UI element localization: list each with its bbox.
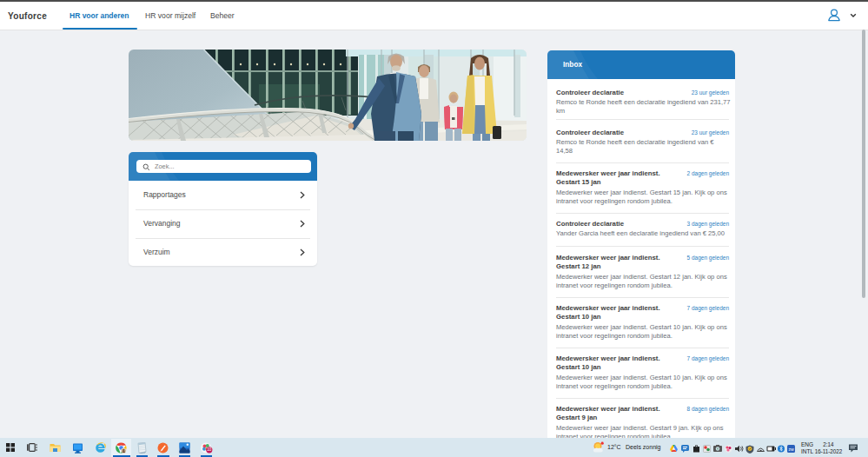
svg-text:10: 10 [207, 447, 212, 452]
svg-text:zw: zw [788, 447, 794, 452]
